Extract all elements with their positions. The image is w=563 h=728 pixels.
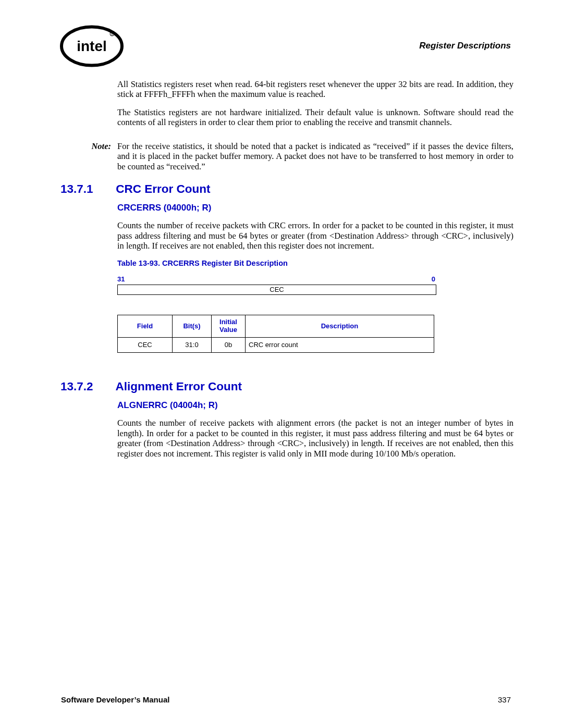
svg-text:intel: intel bbox=[77, 38, 107, 54]
table-row: CEC 31:0 0b CRC error count bbox=[118, 338, 434, 353]
bit-hi: 31 bbox=[117, 275, 125, 283]
bitfield-name: CEC bbox=[117, 285, 436, 295]
intel-logo-icon: intel R bbox=[60, 25, 124, 67]
section-title-2: Alignment Error Count bbox=[115, 380, 242, 393]
td-desc: CRC error count bbox=[246, 338, 434, 353]
section-heading-2: 13.7.2 Alignment Error Count bbox=[60, 379, 242, 393]
page-header-title: Register Descriptions bbox=[419, 41, 511, 51]
table-caption-1: Table 13-93. CRCERRS Register Bit Descri… bbox=[117, 259, 513, 268]
intro-p1: All Statistics registers reset when read… bbox=[117, 79, 513, 100]
note-block: Note: For the receive statistics, it sho… bbox=[86, 141, 513, 171]
footer-doc-title: Software Developer’s Manual bbox=[61, 695, 169, 704]
note-label: Note: bbox=[86, 141, 111, 152]
th-bits: Bit(s) bbox=[173, 315, 212, 338]
th-desc: Description bbox=[246, 315, 434, 338]
footer-page-number: 337 bbox=[498, 695, 511, 705]
th-init: InitialValue bbox=[212, 315, 246, 338]
section-2-subtitle: ALGNERRC (04004h; R) bbox=[117, 400, 513, 411]
td-bits: 31:0 bbox=[173, 338, 212, 353]
section-num-2: 13.7.2 bbox=[60, 379, 113, 393]
bitfield-diagram: 31 0 CEC bbox=[117, 275, 513, 295]
td-init: 0b bbox=[212, 338, 246, 353]
section-1-subtitle: CRCERRS (04000h; R) bbox=[117, 203, 513, 213]
section-1-body: Counts the number of receive packets wit… bbox=[117, 220, 513, 251]
svg-text:R: R bbox=[111, 33, 113, 36]
td-field: CEC bbox=[118, 338, 173, 353]
register-table: Field Bit(s) InitialValue Description CE… bbox=[117, 315, 434, 352]
page-footer: Software Developer’s Manual 337 bbox=[61, 695, 511, 705]
section-2-block: ALGNERRC (04004h; R) Counts the number o… bbox=[117, 400, 513, 466]
section-num-1: 13.7.1 bbox=[60, 182, 113, 196]
section-title-1: CRC Error Count bbox=[116, 182, 210, 195]
section-2-body: Counts the number of receive packets wit… bbox=[117, 418, 513, 459]
section-1-block: CRCERRS (04000h; R) Counts the number of… bbox=[117, 203, 513, 353]
th-field: Field bbox=[118, 315, 173, 338]
bit-lo: 0 bbox=[432, 275, 435, 283]
intro-p2: The Statistics registers are not hardwar… bbox=[117, 107, 513, 128]
section-heading-1: 13.7.1 CRC Error Count bbox=[60, 182, 211, 196]
intro-block: All Statistics registers reset when read… bbox=[117, 79, 513, 135]
note-body: For the receive statistics, it should be… bbox=[117, 141, 513, 171]
page: intel R Register Descriptions All Statis… bbox=[0, 0, 563, 728]
